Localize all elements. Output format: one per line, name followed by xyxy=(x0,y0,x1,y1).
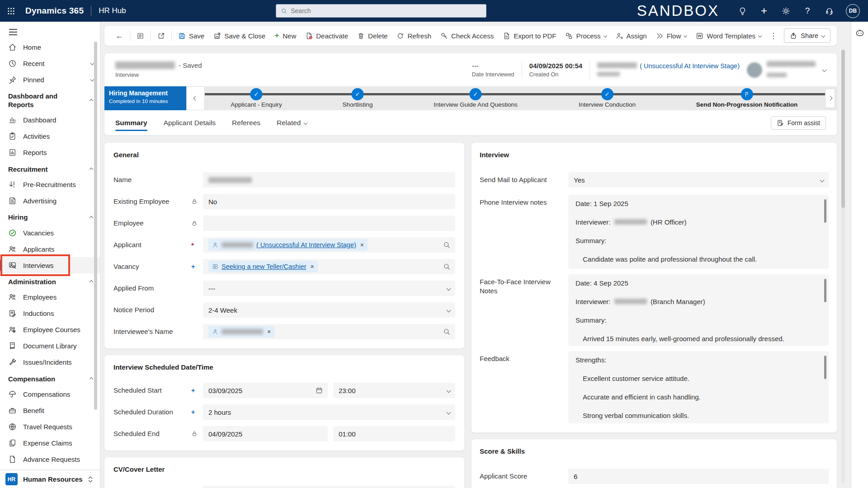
search-input[interactable] xyxy=(291,7,481,14)
feedback-textarea[interactable]: Strengths: Excellent customer service at… xyxy=(568,351,829,423)
sidebar-item-pinned[interactable]: Pinned xyxy=(0,71,100,88)
sidebar-item-employee-courses[interactable]: Employee Courses xyxy=(0,322,100,338)
vacancy-record-link[interactable]: Seeking a new Teller/Cashier xyxy=(222,263,307,270)
sidebar-item-pre-recruitments[interactable]: Pre-Recruitments xyxy=(0,176,100,192)
copilot-icon[interactable] xyxy=(855,28,865,38)
stage-shortlisting[interactable]: ✓ Shortlisting xyxy=(343,88,373,108)
cover-letter-available-input[interactable] xyxy=(203,486,455,488)
sidebar-item-expense-claims[interactable]: Expense Claims xyxy=(0,435,100,451)
support-icon[interactable] xyxy=(824,6,834,16)
name-input[interactable] xyxy=(203,172,455,188)
sidebar-item-document-library[interactable]: Document Library xyxy=(0,338,100,354)
applicant-lookup-pill[interactable]: ( Unsuccessful At Interview Stage) × xyxy=(208,239,368,251)
applicant-record-link[interactable]: ( Unsuccessful At Interview Stage) xyxy=(256,241,356,249)
vacancy-lookup-input[interactable]: Seeking a new Teller/Cashier × xyxy=(203,259,455,274)
save-and-close-button[interactable]: Save & Close xyxy=(209,28,270,43)
overflow-menu-button[interactable]: ⋮ xyxy=(766,31,781,41)
stage-interview-guide-and-questions[interactable]: ✓ Interview Guide And Questions xyxy=(434,88,517,108)
sidebar-item-applicants[interactable]: Applicants xyxy=(0,241,100,257)
share-button[interactable]: Share xyxy=(784,28,830,43)
plus-icon[interactable]: + xyxy=(759,6,769,16)
tab-referees[interactable]: Referees xyxy=(232,110,260,135)
sidebar-item-home[interactable]: Home xyxy=(0,39,100,55)
process-menu-button[interactable]: Process xyxy=(561,28,611,43)
sidebar-group-dashboard-and-reports[interactable]: Dashboard and Reports xyxy=(0,88,100,112)
app-area-name[interactable]: HR Hub xyxy=(99,6,126,15)
sidebar-item-vacancies[interactable]: Vacancies xyxy=(0,225,100,241)
main-scrollbar-thumb[interactable] xyxy=(841,50,845,208)
tab-summary[interactable]: Summary xyxy=(115,110,147,135)
flow-menu-button[interactable]: Flow xyxy=(651,28,692,43)
scheduled-duration-select[interactable]: 2 hours xyxy=(203,404,455,420)
sidebar-item-benefit[interactable]: Benefit xyxy=(0,403,100,419)
sidebar-item-travel-requests[interactable]: Travel Requests xyxy=(0,419,100,435)
applicant-lookup-input[interactable]: ( Unsuccessful At Interview Stage) × xyxy=(203,237,455,253)
f2f-notes-textarea[interactable]: Date: 4 Sep 2025 Interviewer: (Branch Ma… xyxy=(568,274,829,346)
sidebar-item-issues-incidents[interactable]: Issues/Incidents xyxy=(0,354,100,371)
vacancy-lookup-pill[interactable]: Seeking a new Teller/Cashier × xyxy=(208,261,318,272)
lightbulb-icon[interactable] xyxy=(737,6,747,16)
applicant-status-link[interactable]: ( Unsuccessful At Interview Stage) xyxy=(640,62,740,70)
sidebar-item-dashboard[interactable]: Dashboard xyxy=(0,112,100,128)
interviewee-lookup-input[interactable]: × xyxy=(203,324,455,339)
area-switcher[interactable]: HR Human Resources xyxy=(0,470,100,488)
scheduled-start-time-select[interactable]: 23:00 xyxy=(333,383,455,398)
sidebar-group-recruitment[interactable]: Recruitment xyxy=(0,161,100,177)
open-in-new-window-button[interactable] xyxy=(153,28,170,43)
user-avatar[interactable]: DB xyxy=(846,4,860,18)
check-access-button[interactable]: Check Access xyxy=(436,28,498,43)
back-button[interactable]: ← xyxy=(111,28,128,43)
existing-employee-input[interactable]: No xyxy=(203,194,455,209)
tab-related[interactable]: Related xyxy=(277,110,307,135)
app-launcher-waffle-icon[interactable] xyxy=(0,0,22,22)
textarea-scrollbar[interactable] xyxy=(824,279,826,302)
new-button[interactable]: +New xyxy=(270,28,301,43)
sitemap-toggle-icon[interactable] xyxy=(9,32,17,33)
collapse-header-chevron-icon[interactable] xyxy=(822,68,827,72)
remove-value-icon[interactable]: × xyxy=(360,241,364,249)
assign-button[interactable]: Assign xyxy=(611,28,651,43)
lookup-search-icon[interactable] xyxy=(443,328,450,335)
stage-send-non-progression-notification[interactable]: Send Non-Progression Notification xyxy=(696,88,797,108)
form-assist-button[interactable]: Form assist xyxy=(771,116,826,130)
sidebar-scrollbar[interactable] xyxy=(94,42,97,410)
sidebar-item-advance-requests[interactable]: Advance Requests xyxy=(0,451,100,465)
send-mail-select[interactable]: Yes xyxy=(568,172,829,188)
delete-button[interactable]: Delete xyxy=(353,28,392,43)
save-button[interactable]: Save xyxy=(174,28,209,43)
app-title[interactable]: Dynamics 365 xyxy=(25,6,84,16)
next-stage-button[interactable] xyxy=(825,89,835,108)
deactivate-button[interactable]: Deactivate xyxy=(301,28,353,43)
sidebar-group-administration[interactable]: Administration xyxy=(0,273,100,289)
active-stage-box[interactable]: Hiring Management Completed in 10 minute… xyxy=(104,86,186,110)
view-selector-button[interactable] xyxy=(132,28,149,43)
tab-applicant-details[interactable]: Applicant Details xyxy=(164,110,216,135)
lookup-search-icon[interactable] xyxy=(443,241,450,249)
lookup-search-icon[interactable] xyxy=(443,263,450,270)
word-templates-menu-button[interactable]: Word Templates xyxy=(691,28,766,43)
remove-value-icon[interactable]: × xyxy=(311,263,314,270)
sidebar-item-employees[interactable]: Employees xyxy=(0,289,100,305)
phone-notes-textarea[interactable]: Date: 1 Sep 2025 Interviewer: (HR Office… xyxy=(568,195,829,269)
stage-interview-conduction[interactable]: ✓ Interview Conduction xyxy=(579,88,636,108)
scheduled-end-time-input[interactable]: 01:00 xyxy=(333,426,455,441)
remove-value-icon[interactable]: × xyxy=(267,328,271,335)
sidebar-item-recent[interactable]: Recent xyxy=(0,55,100,71)
textarea-scrollbar[interactable] xyxy=(824,356,826,379)
interviewee-lookup-pill[interactable]: × xyxy=(208,326,274,338)
scheduled-start-date-input[interactable]: 03/09/2025 xyxy=(203,383,328,398)
sidebar-item-advertising[interactable]: Advertising xyxy=(0,192,100,209)
applicant-score-input[interactable]: 6 xyxy=(568,469,829,484)
notice-period-select[interactable]: 2-4 Week xyxy=(203,302,455,318)
collapse-stage-button[interactable] xyxy=(186,86,205,110)
employee-input[interactable] xyxy=(203,216,455,231)
main-scrollbar[interactable] xyxy=(841,50,845,483)
global-search[interactable] xyxy=(276,4,486,18)
sidebar-item-compensations[interactable]: Compensations xyxy=(0,386,100,403)
sidebar-group-hiring[interactable]: Hiring xyxy=(0,209,100,225)
calendar-icon[interactable] xyxy=(316,387,323,394)
refresh-button[interactable]: Refresh xyxy=(392,28,436,43)
sidebar-item-inductions[interactable]: Inductions xyxy=(0,305,100,322)
sidebar-item-reports[interactable]: Reports xyxy=(0,145,100,161)
stage-applicant-enquiry[interactable]: ✓ Applicant - Enquiry xyxy=(231,88,282,108)
